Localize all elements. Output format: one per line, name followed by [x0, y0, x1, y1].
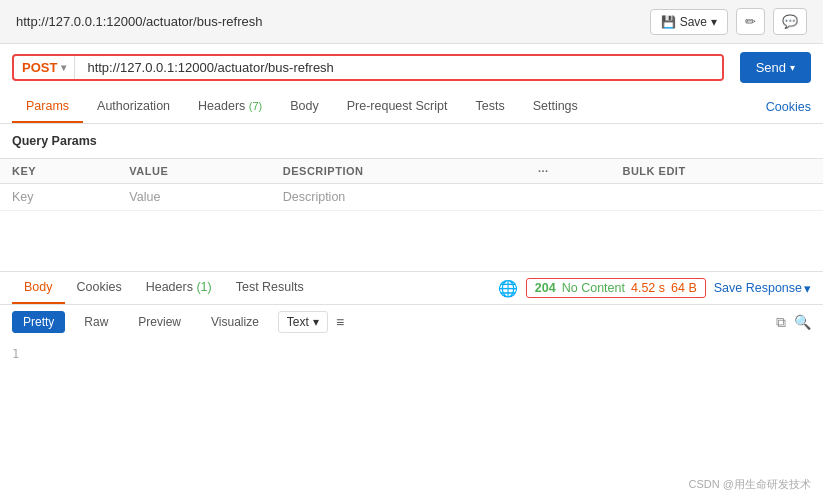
- response-tabs-left: Body Cookies Headers (1) Test Results: [12, 272, 316, 304]
- tab-params[interactable]: Params: [12, 91, 83, 123]
- format-type-select[interactable]: Text ▾: [278, 311, 328, 333]
- title-actions: 💾 Save ▾ ✏ 💬: [650, 8, 807, 35]
- empty-cell2: [610, 184, 823, 211]
- col-description: DESCRIPTION: [271, 159, 526, 184]
- url-input[interactable]: [75, 56, 721, 79]
- format-visualize-button[interactable]: Visualize: [200, 311, 270, 333]
- key-cell[interactable]: Key: [0, 184, 117, 211]
- status-text: No Content: [562, 281, 625, 295]
- request-bar: POST ▾: [12, 54, 724, 81]
- comment-button[interactable]: 💬: [773, 8, 807, 35]
- method-chevron-icon: ▾: [61, 62, 66, 73]
- copy-icon[interactable]: ⧉: [776, 314, 786, 331]
- table-row: Key Value Description: [0, 184, 823, 211]
- format-row: Pretty Raw Preview Visualize Text ▾ ≡ ⧉ …: [0, 305, 823, 339]
- response-tab-headers[interactable]: Headers (1): [134, 272, 224, 304]
- watermark: CSDN @用生命研发技术: [689, 477, 811, 492]
- cookies-link[interactable]: Cookies: [766, 92, 811, 122]
- save-chevron-icon: ▾: [711, 15, 717, 29]
- query-params-title: Query Params: [0, 124, 823, 158]
- format-pretty-button[interactable]: Pretty: [12, 311, 65, 333]
- status-time: 4.52 s: [631, 281, 665, 295]
- title-bar: http://127.0.0.1:12000/actuator/bus-refr…: [0, 0, 823, 44]
- tabs-left: Params Authorization Headers (7) Body Pr…: [12, 91, 592, 123]
- status-size: 64 B: [671, 281, 697, 295]
- desc-cell[interactable]: Description: [271, 184, 526, 211]
- pencil-icon: ✏: [745, 14, 756, 29]
- format-type-chevron: ▾: [313, 315, 319, 329]
- response-tab-cookies[interactable]: Cookies: [65, 272, 134, 304]
- col-value: VALUE: [117, 159, 270, 184]
- comment-icon: 💬: [782, 14, 798, 29]
- value-cell[interactable]: Value: [117, 184, 270, 211]
- tab-settings[interactable]: Settings: [519, 91, 592, 123]
- status-row: 🌐 204 No Content 4.52 s 64 B Save Respon…: [498, 278, 811, 298]
- globe-icon: 🌐: [498, 279, 518, 298]
- search-icon[interactable]: 🔍: [794, 314, 811, 330]
- method-label: POST: [22, 60, 57, 75]
- response-section: Body Cookies Headers (1) Test Results 🌐 …: [0, 271, 823, 369]
- response-tabs-row: Body Cookies Headers (1) Test Results 🌐 …: [0, 272, 823, 305]
- save-response-button[interactable]: Save Response ▾: [714, 281, 811, 296]
- edit-button[interactable]: ✏: [736, 8, 765, 35]
- save-response-label: Save Response: [714, 281, 802, 295]
- empty-cell: [526, 184, 611, 211]
- bulk-edit-link[interactable]: Bulk Edit: [610, 159, 823, 184]
- tab-prerequest[interactable]: Pre-request Script: [333, 91, 462, 123]
- filter-icon[interactable]: ≡: [336, 314, 344, 330]
- method-select[interactable]: POST ▾: [14, 56, 75, 79]
- response-tab-body[interactable]: Body: [12, 272, 65, 304]
- send-button[interactable]: Send ▾: [740, 52, 811, 83]
- save-label: Save: [680, 15, 707, 29]
- col-dots: ···: [526, 159, 611, 184]
- send-chevron-icon: ▾: [790, 62, 795, 73]
- params-table: KEY VALUE DESCRIPTION ··· Bulk Edit Key …: [0, 158, 823, 211]
- format-type-label: Text: [287, 315, 309, 329]
- line-number: 1: [12, 347, 19, 361]
- spacer: [0, 211, 823, 271]
- format-raw-button[interactable]: Raw: [73, 311, 119, 333]
- send-label: Send: [756, 60, 786, 75]
- col-key: KEY: [0, 159, 117, 184]
- status-badge: 204 No Content 4.52 s 64 B: [526, 278, 706, 298]
- tab-body[interactable]: Body: [276, 91, 333, 123]
- save-button[interactable]: 💾 Save ▾: [650, 9, 728, 35]
- save-icon: 💾: [661, 15, 676, 29]
- save-response-chevron: ▾: [804, 281, 811, 296]
- tab-authorization[interactable]: Authorization: [83, 91, 184, 123]
- request-tabs: Params Authorization Headers (7) Body Pr…: [0, 91, 823, 124]
- format-preview-button[interactable]: Preview: [127, 311, 192, 333]
- tab-tests[interactable]: Tests: [461, 91, 518, 123]
- response-icons: ⧉ 🔍: [776, 314, 811, 331]
- response-tab-test-results[interactable]: Test Results: [224, 272, 316, 304]
- title-url: http://127.0.0.1:12000/actuator/bus-refr…: [16, 14, 262, 29]
- tab-headers[interactable]: Headers (7): [184, 91, 276, 123]
- status-code: 204: [535, 281, 556, 295]
- code-area: 1: [0, 339, 823, 369]
